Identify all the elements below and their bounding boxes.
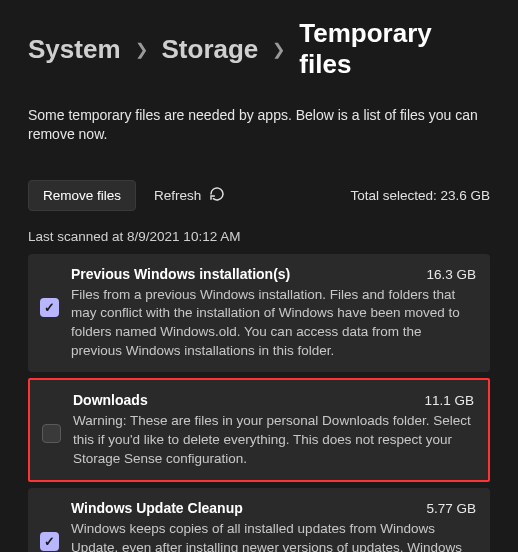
item-title: Downloads — [73, 392, 148, 408]
refresh-icon — [209, 186, 225, 205]
list-item[interactable]: Previous Windows installation(s)16.3 GBF… — [28, 254, 490, 373]
item-description: Files from a previous Windows installati… — [71, 286, 476, 361]
refresh-label: Refresh — [154, 188, 201, 203]
item-title: Previous Windows installation(s) — [71, 266, 290, 282]
item-size: 5.77 GB — [426, 501, 476, 516]
total-selected-label: Total selected: — [350, 188, 436, 203]
item-body: Windows Update Cleanup5.77 GBWindows kee… — [71, 500, 476, 552]
toolbar: Remove files Refresh Total selected: 23.… — [28, 180, 490, 211]
item-head: Windows Update Cleanup5.77 GB — [71, 500, 476, 516]
item-checkbox[interactable] — [40, 298, 59, 317]
chevron-right-icon: ❯ — [135, 40, 148, 59]
breadcrumb-storage[interactable]: Storage — [162, 34, 259, 65]
list-item[interactable]: Downloads11.1 GBWarning: These are files… — [28, 378, 490, 482]
refresh-button[interactable]: Refresh — [154, 186, 225, 205]
breadcrumb: System ❯ Storage ❯ Temporary files — [28, 18, 490, 80]
total-selected-value: 23.6 GB — [440, 188, 490, 203]
breadcrumb-system[interactable]: System — [28, 34, 121, 65]
item-body: Previous Windows installation(s)16.3 GBF… — [71, 266, 476, 361]
item-head: Previous Windows installation(s)16.3 GB — [71, 266, 476, 282]
item-checkbox[interactable] — [42, 424, 61, 443]
item-body: Downloads11.1 GBWarning: These are files… — [73, 392, 474, 468]
list-item[interactable]: Windows Update Cleanup5.77 GBWindows kee… — [28, 488, 490, 552]
item-size: 16.3 GB — [426, 267, 476, 282]
item-title: Windows Update Cleanup — [71, 500, 243, 516]
last-scanned-text: Last scanned at 8/9/2021 10:12 AM — [28, 229, 490, 244]
item-checkbox[interactable] — [40, 532, 59, 551]
item-description: Windows keeps copies of all installed up… — [71, 520, 476, 552]
remove-files-button[interactable]: Remove files — [28, 180, 136, 211]
item-description: Warning: These are files in your persona… — [73, 412, 474, 468]
chevron-right-icon: ❯ — [272, 40, 285, 59]
intro-text: Some temporary files are needed by apps.… — [28, 106, 490, 144]
item-size: 11.1 GB — [424, 393, 474, 408]
item-head: Downloads11.1 GB — [73, 392, 474, 408]
total-selected: Total selected: 23.6 GB — [350, 188, 490, 203]
page-title: Temporary files — [299, 18, 490, 80]
